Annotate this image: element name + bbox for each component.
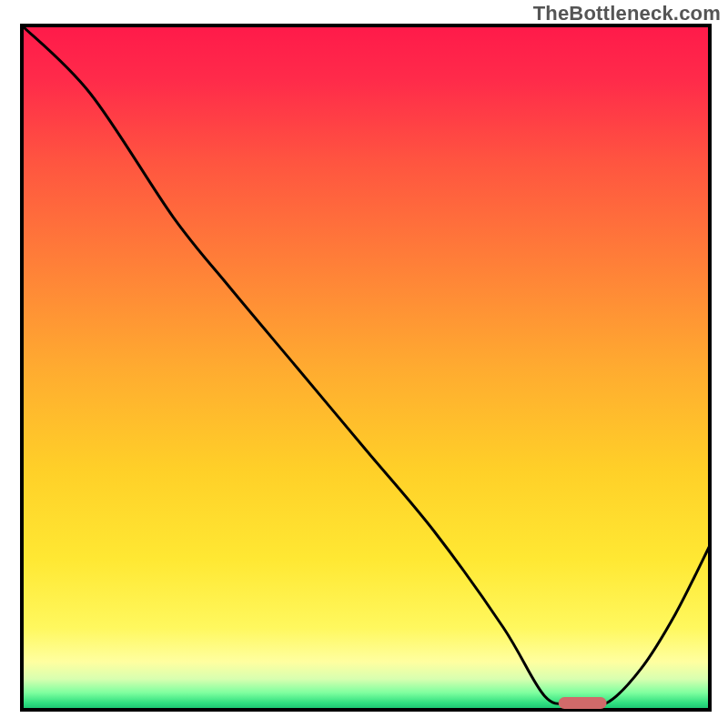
plot-background [22,25,710,710]
optimal-range-marker [559,697,607,709]
chart-container: TheBottleneck.com [0,0,728,728]
bottleneck-chart [0,0,728,728]
